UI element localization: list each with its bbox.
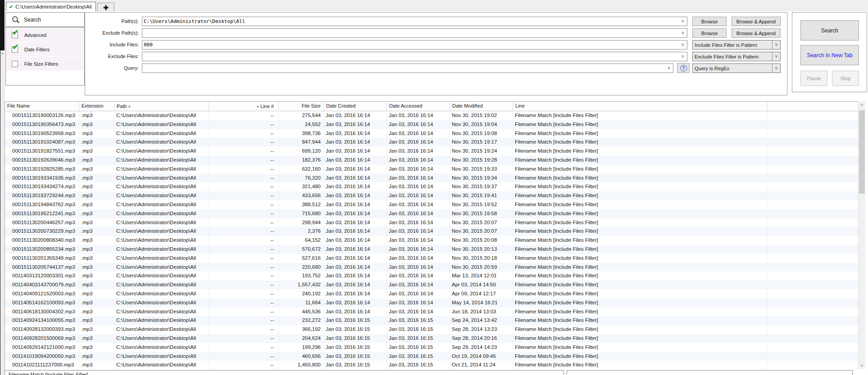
paths-input[interactable]	[142, 18, 679, 25]
chevron-down-icon[interactable]: ˅	[679, 17, 687, 26]
table-row[interactable]: 000151130194843762.mp3 .mp3 C:\Users\Adm…	[5, 200, 858, 209]
cell-line: Filename Match [Include Files Filter]	[513, 209, 768, 218]
table-row[interactable]: 001140514162100093.mp3 .mp3 C:\Users\Adm…	[5, 298, 858, 307]
tab-search-results[interactable]: ✔ C:\Users\Administrator\Desktop\All	[6, 2, 96, 11]
browse-exclude-paths-button[interactable]: Browse	[692, 28, 727, 38]
cell-line-number: --	[209, 361, 279, 369]
cell-date-accessed: Jan 03, 2016 16:14	[387, 200, 450, 209]
table-row[interactable]: 001140618130004302.mp3 .mp3 C:\Users\Adm…	[5, 307, 858, 316]
table-row[interactable]: 001140929142121000.mp3 .mp3 C:\Users\Adm…	[5, 343, 858, 352]
cell-date-created: Jan 03, 2016 16:14	[324, 307, 387, 316]
table-row[interactable]: 000151130193434274.mp3 .mp3 C:\Users\Adm…	[5, 182, 858, 191]
table-row[interactable]: 000151130205744137.mp3 .mp3 C:\Users\Adm…	[5, 263, 858, 272]
column-header-file-name[interactable]: File Name	[5, 102, 79, 111]
column-header-file-size[interactable]: File Size	[279, 102, 324, 111]
cell-date-accessed: Jan 03, 2016 16:14	[387, 236, 450, 245]
column-header-line-number[interactable]: ▲Line #	[209, 102, 279, 111]
cell-date-accessed: Jan 03, 2016 16:14	[387, 174, 450, 183]
column-header-date-created[interactable]: Date Created	[324, 102, 387, 111]
scrollbar-thumb[interactable]	[859, 110, 865, 194]
query-input[interactable]	[142, 64, 665, 72]
exclude-paths-input[interactable]	[142, 29, 679, 37]
table-row[interactable]: 001140928201500069.mp3 .mp3 C:\Users\Adm…	[5, 334, 858, 343]
table-row[interactable]: 000151130200730229.mp3 .mp3 C:\Users\Adm…	[5, 227, 858, 236]
cell-path: C:\Users\Administrator\Desktop\All	[114, 191, 209, 200]
table-row[interactable]: 000151130200855234.mp3 .mp3 C:\Users\Adm…	[5, 245, 858, 254]
table-row[interactable]: 000151130191827551.mp3 .mp3 C:\Users\Adm…	[5, 147, 858, 156]
cell-date-created: Jan 03, 2016 16:15	[324, 316, 387, 325]
chevron-down-icon[interactable]: ˅	[679, 29, 687, 37]
cell-file-name: 000151130200446257.mp3	[5, 218, 79, 227]
table-row[interactable]: 000151130190356473.mp3 .mp3 C:\Users\Adm…	[5, 120, 858, 129]
cell-path: C:\Users\Administrator\Desktop\All	[114, 200, 209, 209]
date-filters-checkbox[interactable]: ✔	[12, 46, 18, 53]
table-row[interactable]: 000151130201355349.mp3 .mp3 C:\Users\Adm…	[5, 254, 858, 263]
cell-file-name: 001140928132000393.mp3	[5, 325, 79, 334]
cell-date-created: Jan 03, 2016 16:14	[324, 120, 387, 129]
new-tab-button[interactable]: ✚	[97, 3, 114, 12]
chevron-down-icon[interactable]: ˅	[679, 41, 687, 49]
query-mode-dropdown[interactable]: Query is RegEx ˅	[692, 63, 781, 73]
cell-filler	[768, 307, 858, 316]
cell-filler	[768, 138, 858, 147]
search-in-new-tab-button[interactable]: Search In New Tab	[800, 45, 859, 65]
query-help-button[interactable]: ?	[677, 63, 690, 73]
include-files-input[interactable]	[142, 41, 679, 49]
scroll-up-icon[interactable]: ˄	[859, 101, 865, 108]
include-files-filter-mode-dropdown[interactable]: Include Files Filter is Pattern ˅	[692, 40, 781, 50]
table-row[interactable]: 000151130195212241.mp3 .mp3 C:\Users\Adm…	[5, 209, 858, 218]
table-row[interactable]: 000151130200808340.mp3 .mp3 C:\Users\Adm…	[5, 236, 858, 245]
table-row[interactable]: 001141019094200050.mp3 .mp3 C:\Users\Adm…	[5, 352, 858, 361]
browse-append-exclude-paths-button[interactable]: Browse & Append	[732, 28, 781, 38]
query-label: Query:	[68, 63, 139, 73]
cell-date-modified: Sep 29, 2014 14:23	[450, 343, 513, 352]
column-header-date-accessed[interactable]: Date Accessed	[387, 102, 450, 111]
table-row[interactable]: 000151130192639046.mp3 .mp3 C:\Users\Adm…	[5, 156, 858, 165]
cell-line-number: --	[209, 316, 279, 325]
cell-filler	[768, 316, 858, 325]
scroll-down-icon[interactable]: ˅	[859, 362, 865, 369]
table-row[interactable]: 000151130191024087.mp3 .mp3 C:\Users\Adm…	[5, 138, 858, 147]
table-row[interactable]: 000151130193729244.mp3 .mp3 C:\Users\Adm…	[5, 191, 858, 200]
search-button[interactable]: Search	[800, 20, 859, 41]
browse-append-paths-button[interactable]: Browse & Append	[732, 17, 781, 26]
browse-paths-button[interactable]: Browse	[692, 17, 727, 26]
table-row[interactable]: 000151130193341935.mp3 .mp3 C:\Users\Adm…	[5, 174, 858, 183]
match-preview-text: Filename Match [Include Files Filter]	[5, 370, 564, 375]
stop-button[interactable]: Stop	[832, 71, 859, 86]
exclude-files-filter-mode-dropdown[interactable]: Exclude Files Filter is Pattern ˅	[692, 52, 781, 61]
results-scrollbar[interactable]: ˄ ˅	[858, 101, 865, 369]
column-header-date-modified[interactable]: Date Modified	[450, 102, 513, 111]
table-row[interactable]: 000151130200446257.mp3 .mp3 C:\Users\Adm…	[5, 218, 858, 227]
table-row[interactable]: 000151130190523958.mp3 .mp3 C:\Users\Adm…	[5, 129, 858, 138]
table-row[interactable]: 000151130190003126.mp3 .mp3 C:\Users\Adm…	[5, 111, 858, 120]
cell-file-name: 000151130193729244.mp3	[5, 191, 79, 200]
cell-date-modified: May 14, 2014 16:21	[450, 298, 513, 307]
file-size-filters-checkbox[interactable]	[12, 61, 18, 67]
column-header-line[interactable]: Line	[513, 102, 768, 111]
plus-icon: ✚	[103, 4, 109, 11]
cell-path: C:\Users\Administrator\Desktop\All	[114, 165, 209, 174]
chevron-down-icon[interactable]: ˅	[665, 64, 673, 72]
table-row[interactable]: 000151130192825285.mp3 .mp3 C:\Users\Adm…	[5, 165, 858, 174]
exclude-files-input[interactable]	[142, 53, 679, 60]
table-row[interactable]: 001140409121520003.mp3 .mp3 C:\Users\Adm…	[5, 289, 858, 298]
table-row[interactable]: 001140924134100055.mp3 .mp3 C:\Users\Adm…	[5, 316, 858, 325]
chevron-down-icon[interactable]: ˅	[679, 52, 687, 61]
table-row[interactable]: 001140403143700079.mp3 .mp3 C:\Users\Adm…	[5, 280, 858, 289]
table-row[interactable]: 001140928132000393.mp3 .mp3 C:\Users\Adm…	[5, 325, 858, 334]
column-header-extension[interactable]: Extension	[79, 102, 114, 111]
cell-date-modified: Oct 19, 2014 09:45	[450, 352, 513, 361]
column-header-path[interactable]: Path▲	[114, 102, 209, 111]
advanced-checkbox[interactable]: ✔	[12, 32, 18, 38]
cell-date-modified: Nov 30, 2015 20:59	[450, 263, 513, 272]
table-row[interactable]: 001141021111237000.mp3 .mp3 C:\Users\Adm…	[5, 361, 858, 369]
cell-line: Filename Match [Include Files Filter]	[513, 263, 768, 272]
cell-line: Filename Match [Include Files Filter]	[513, 174, 768, 183]
cell-path: C:\Users\Administrator\Desktop\All	[114, 227, 209, 236]
cell-extension: .mp3	[79, 120, 114, 129]
cell-date-modified: Nov 30, 2015 19:04	[450, 120, 513, 129]
pause-button[interactable]: Pause	[800, 71, 827, 86]
tab-label: C:\Users\Administrator\Desktop\All	[15, 4, 91, 9]
table-row[interactable]: 001140313120003301.mp3 .mp3 C:\Users\Adm…	[5, 271, 858, 280]
